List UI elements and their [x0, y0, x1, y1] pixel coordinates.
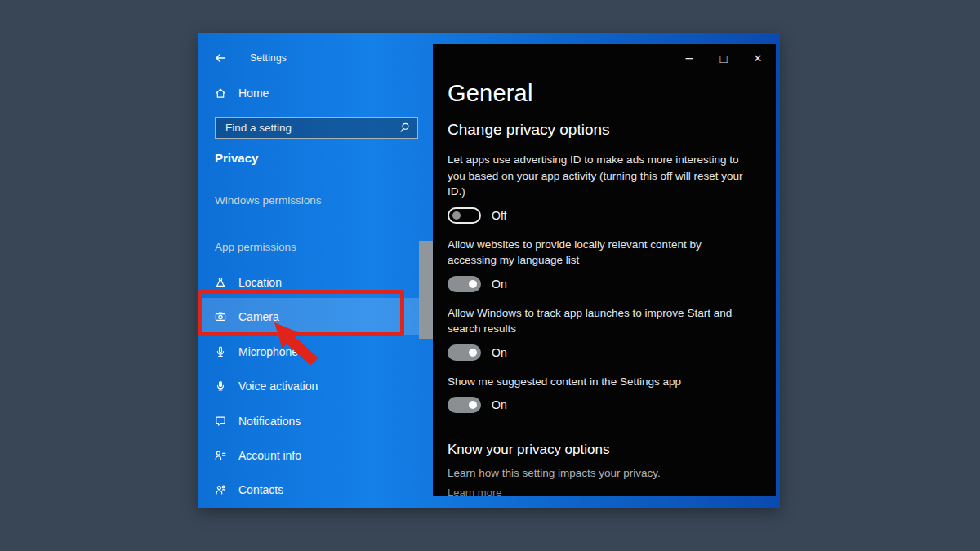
location-icon — [214, 276, 227, 289]
close-button[interactable]: ✕ — [746, 49, 769, 67]
section-title: Change privacy options — [448, 120, 753, 140]
app-title: Settings — [250, 52, 287, 64]
sidebar-item-voice-activation[interactable]: Voice activation — [202, 370, 433, 402]
know-title: Know your privacy options — [448, 441, 753, 459]
know-subtitle: Learn how this setting impacts your priv… — [448, 466, 753, 481]
know-your-privacy-options: Know your privacy options Learn how this… — [448, 441, 753, 496]
setting-suggested-content: Show me suggested content in the Setting… — [448, 374, 753, 415]
notifications-icon — [214, 415, 227, 428]
setting-description: Let apps use advertising ID to make ads … — [448, 152, 753, 200]
sidebar-item-label: Home — [238, 87, 269, 100]
sidebar-item-home[interactable]: Home — [202, 77, 433, 109]
learn-more-link[interactable]: Learn more — [448, 486, 753, 496]
setting-language-list: Allow websites to provide locally releva… — [448, 237, 753, 293]
search-box[interactable] — [215, 117, 418, 139]
sidebar-item-label: Microphone — [238, 345, 298, 358]
home-icon — [214, 87, 227, 100]
toggle-knob — [469, 349, 477, 357]
voice-activation-icon — [214, 380, 227, 393]
language-list-toggle[interactable] — [448, 276, 481, 292]
sidebar-scrollbar-thumb[interactable] — [419, 241, 433, 339]
back-icon[interactable] — [214, 51, 227, 64]
setting-advertising-id: Let apps use advertising ID to make ads … — [448, 152, 753, 224]
sidebar-item-label: Contacts — [238, 483, 283, 496]
sidebar-item-microphone[interactable]: Microphone — [202, 335, 433, 368]
toggle-knob — [469, 280, 477, 288]
sidebar-item-label: Voice activation — [238, 380, 318, 393]
advertising-id-toggle[interactable] — [448, 207, 481, 224]
sidebar-section-windows-permissions[interactable]: Windows permissions — [215, 194, 322, 207]
toggle-knob — [469, 401, 477, 409]
search-icon[interactable] — [399, 122, 411, 134]
page-title: General — [448, 80, 753, 106]
sidebar-item-account-info[interactable]: Account info — [202, 439, 433, 472]
setting-description: Show me suggested content in the Setting… — [448, 374, 753, 390]
sidebar-section-app-permissions[interactable]: App permissions — [215, 241, 296, 253]
microphone-icon — [214, 345, 227, 358]
desktop-background: Settings Home Privacy Windows p — [0, 0, 980, 551]
window-controls: – □ ✕ — [678, 49, 769, 67]
main-panel: – □ ✕ General Change privacy options Let… — [433, 44, 776, 496]
setting-description: Allow Windows to track app launches to i… — [448, 305, 753, 337]
maximize-button[interactable]: □ — [712, 49, 735, 67]
setting-description: Allow websites to provide locally releva… — [448, 237, 753, 269]
contacts-icon — [214, 483, 227, 496]
setting-app-launches: Allow Windows to track app launches to i… — [448, 305, 753, 362]
toggle-state-label: On — [492, 346, 507, 359]
toggle-state-label: On — [492, 278, 507, 291]
sidebar-item-label: Notifications — [238, 415, 301, 428]
sidebar-item-label: Location — [238, 276, 282, 289]
sidebar-item-label: Account info — [238, 449, 301, 462]
category-heading: Privacy — [215, 151, 258, 165]
sidebar-scrollbar[interactable] — [419, 44, 433, 496]
sidebar: Settings Home Privacy Windows p — [202, 44, 433, 496]
suggested-content-toggle[interactable] — [448, 397, 481, 413]
sidebar-item-location[interactable]: Location — [202, 266, 433, 299]
camera-icon — [214, 310, 227, 323]
sidebar-item-notifications[interactable]: Notifications — [202, 405, 433, 438]
sidebar-item-contacts[interactable]: Contacts — [202, 473, 433, 496]
search-input[interactable] — [224, 121, 399, 135]
settings-window: Settings Home Privacy Windows p — [198, 33, 780, 508]
sidebar-header: Settings — [202, 47, 433, 69]
app-launch-tracking-toggle[interactable] — [448, 344, 481, 361]
sidebar-item-camera[interactable]: Camera — [202, 298, 433, 335]
account-info-icon — [214, 449, 227, 462]
minimize-button[interactable]: – — [678, 49, 701, 67]
toggle-state-label: Off — [492, 209, 506, 222]
sidebar-item-label: Camera — [238, 310, 279, 323]
toggle-state-label: On — [492, 398, 507, 411]
toggle-knob — [452, 211, 461, 220]
